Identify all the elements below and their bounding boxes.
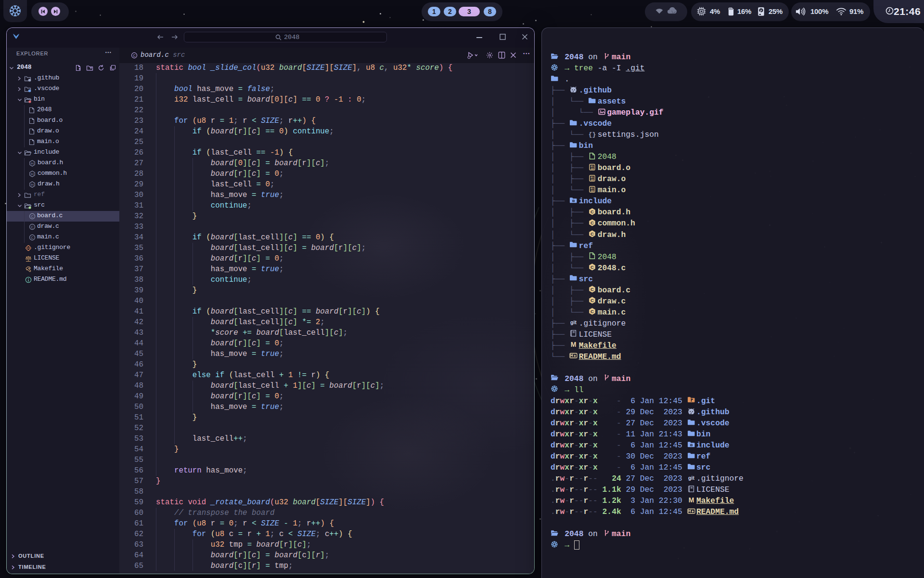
svg-text:H: H: [31, 172, 34, 176]
svg-text:H: H: [31, 161, 34, 166]
svg-text:M: M: [571, 341, 577, 348]
svg-text:M: M: [688, 496, 694, 504]
svg-text:git: git: [570, 319, 577, 325]
svg-text:C: C: [590, 220, 594, 225]
svg-text:C: C: [590, 298, 594, 303]
svg-text:C: C: [31, 236, 34, 240]
svg-text:10: 10: [590, 190, 593, 193]
svg-text:C: C: [133, 53, 136, 58]
svg-text:C: C: [590, 309, 594, 314]
svg-text:git: git: [688, 475, 694, 481]
svg-text:C: C: [590, 287, 594, 292]
svg-text:C: C: [31, 214, 34, 219]
svg-text:C: C: [590, 264, 594, 270]
svg-text:C: C: [590, 209, 594, 214]
svg-text:10: 10: [590, 168, 593, 171]
svg-text:{}: {}: [589, 131, 596, 138]
svg-text:10: 10: [590, 179, 593, 182]
svg-text:H: H: [31, 183, 34, 187]
svg-text:C: C: [31, 225, 34, 229]
svg-text:C: C: [590, 231, 594, 236]
